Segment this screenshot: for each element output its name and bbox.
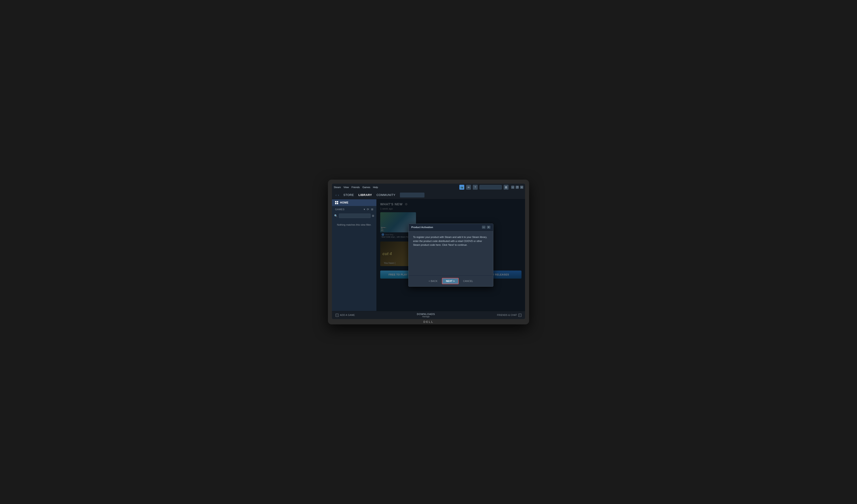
tb-search-bar[interactable] bbox=[480, 185, 502, 189]
content-area: WHAT'S NEW ⚙ 1 week ago Remo...To...Inv.… bbox=[377, 199, 525, 311]
back-arrow[interactable]: ‹ bbox=[336, 193, 337, 197]
title-bar-left: Steam View Friends Games Help bbox=[334, 186, 457, 189]
dialog-footer: < BACK NEXT > CANCEL bbox=[409, 276, 493, 286]
dialog-cancel-button[interactable]: CANCEL bbox=[461, 278, 475, 284]
sidebar-search-icon: 🔍 bbox=[334, 214, 337, 218]
dialog-title-bar: Product Activation — ✕ bbox=[409, 224, 493, 231]
plus-icon: + bbox=[336, 314, 339, 317]
sidebar-empty-message: Nothing matches this view filter. bbox=[332, 219, 376, 230]
nav-community[interactable]: COMMUNITY bbox=[376, 193, 396, 196]
dialog-next-button[interactable]: NEXT > bbox=[442, 278, 459, 284]
bottom-bar: + ADD A GAME DOWNLOADS Manage FRIENDS & … bbox=[332, 311, 525, 319]
dialog-close-buttons: — ✕ bbox=[482, 226, 490, 229]
dialog-close-button[interactable]: ✕ bbox=[487, 226, 490, 229]
sidebar-history-icon[interactable]: ⟳ bbox=[367, 208, 369, 211]
nav-bar: ‹ › STORE LIBRARY COMMUNITY bbox=[332, 191, 525, 199]
nav-arrows: ‹ › bbox=[336, 193, 339, 197]
sidebar-games-label: GAMES bbox=[335, 208, 345, 211]
dialog-body: To register your product with Steam and … bbox=[409, 231, 493, 276]
nav-search-bar[interactable] bbox=[400, 193, 424, 197]
close-button[interactable]: ✕ bbox=[520, 186, 523, 189]
friends-chat-label: FRIENDS & CHAT bbox=[497, 314, 517, 316]
menu-steam[interactable]: Steam bbox=[334, 186, 341, 189]
title-bar: Steam View Friends Games Help 📺 ✉ ? 🖼 — … bbox=[332, 184, 525, 191]
menu-view[interactable]: View bbox=[343, 186, 349, 189]
sidebar-home-label: HOME bbox=[340, 201, 349, 204]
nav-store[interactable]: STORE bbox=[343, 193, 354, 196]
sidebar-games-section: GAMES ▾ ⟳ ⊞ bbox=[332, 206, 376, 213]
title-bar-right: 📺 ✉ ? 🖼 — ❐ ✕ bbox=[459, 185, 523, 190]
add-game-label: ADD A GAME bbox=[340, 314, 355, 316]
sidebar-search-input[interactable] bbox=[339, 213, 371, 218]
forward-arrow[interactable]: › bbox=[338, 193, 339, 197]
tb-help-icon[interactable]: ? bbox=[473, 185, 478, 190]
dialog-title: Product Activation bbox=[411, 226, 433, 228]
title-bar-menu: Steam View Friends Games Help bbox=[334, 186, 378, 189]
nav-links: STORE LIBRARY COMMUNITY bbox=[343, 193, 396, 196]
sidebar-chevron-icon[interactable]: ▾ bbox=[364, 208, 365, 211]
downloads-section[interactable]: DOWNLOADS Manage bbox=[417, 313, 435, 318]
dialog-body-text: To register your product with Steam and … bbox=[413, 235, 489, 247]
sidebar-section-controls: ▾ ⟳ ⊞ bbox=[364, 208, 373, 211]
restore-button[interactable]: ❐ bbox=[516, 186, 519, 189]
tb-screenshot-icon[interactable]: 🖼 bbox=[504, 185, 508, 190]
menu-help[interactable]: Help bbox=[373, 186, 378, 189]
main-content: HOME GAMES ▾ ⟳ ⊞ 🔍 ⊞ Nothing matches thi… bbox=[332, 199, 525, 311]
laptop-base: DELL bbox=[332, 319, 525, 324]
sidebar: HOME GAMES ▾ ⟳ ⊞ 🔍 ⊞ Nothing matches thi… bbox=[332, 199, 377, 311]
dialog-back-button[interactable]: < BACK bbox=[426, 278, 440, 284]
menu-friends[interactable]: Friends bbox=[351, 186, 360, 189]
dialog-overlay: Product Activation — ✕ To register your … bbox=[377, 199, 525, 311]
sidebar-filter-icon[interactable]: ⊞ bbox=[372, 214, 374, 218]
dell-logo: DELL bbox=[423, 320, 434, 324]
friends-chat-section[interactable]: FRIENDS & CHAT + bbox=[497, 314, 521, 317]
downloads-manage: Manage bbox=[417, 315, 435, 318]
nav-library[interactable]: LIBRARY bbox=[358, 193, 372, 196]
menu-games[interactable]: Games bbox=[362, 186, 370, 189]
sidebar-search-row: 🔍 ⊞ bbox=[332, 213, 376, 219]
window-controls: — ❐ ✕ bbox=[511, 186, 523, 189]
add-game-section[interactable]: + ADD A GAME bbox=[336, 314, 355, 317]
tb-broadcast-icon[interactable]: 📺 bbox=[459, 185, 464, 190]
laptop-screen: Steam View Friends Games Help 📺 ✉ ? 🖼 — … bbox=[332, 184, 525, 319]
friends-plus-icon: + bbox=[518, 314, 521, 317]
product-activation-dialog: Product Activation — ✕ To register your … bbox=[408, 224, 493, 286]
downloads-label: DOWNLOADS bbox=[417, 313, 435, 315]
sidebar-sort-icon[interactable]: ⊞ bbox=[371, 208, 373, 211]
dialog-minimize-button[interactable]: — bbox=[482, 226, 486, 229]
sidebar-home[interactable]: HOME bbox=[332, 199, 376, 206]
tb-mail-icon[interactable]: ✉ bbox=[466, 185, 471, 190]
home-grid-icon bbox=[335, 201, 338, 204]
minimize-button[interactable]: — bbox=[511, 186, 514, 189]
